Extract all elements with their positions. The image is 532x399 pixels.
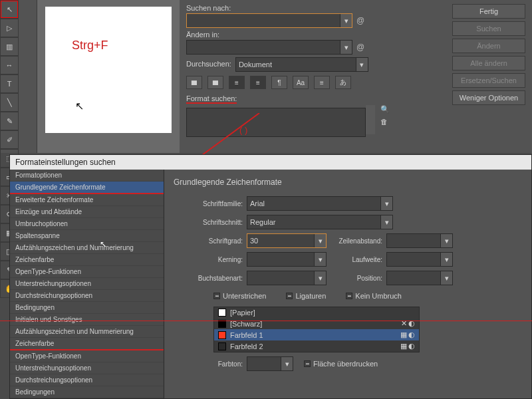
category-item[interactable]: Durchstreichungsoptionen bbox=[10, 374, 164, 386]
direct-selection-tool[interactable]: ▷ bbox=[0, 19, 19, 37]
line-tool[interactable]: ╲ bbox=[0, 93, 19, 112]
scrollbar[interactable] bbox=[366, 105, 375, 134]
kerning-label: Kerning: bbox=[174, 256, 247, 263]
scope-label: Durchsuchen: bbox=[186, 60, 231, 68]
tracking-label: Laufweite: bbox=[327, 256, 386, 263]
ligatures-check[interactable]: ━Ligaturen bbox=[286, 292, 326, 300]
chevron-down-icon[interactable]: ▾ bbox=[380, 215, 392, 229]
leading-label: Zeilenabstand: bbox=[327, 237, 386, 245]
font-style-label: Schriftschnitt: bbox=[174, 219, 247, 226]
less-options-button[interactable]: Weniger Optionen bbox=[452, 90, 525, 105]
category-item[interactable]: Aufzählungszeichen und Nummerierung bbox=[10, 242, 164, 254]
category-item[interactable]: Grundlegende Zeichenformate bbox=[10, 182, 164, 194]
position-label: Position: bbox=[327, 275, 386, 282]
category-item[interactable]: OpenType-Funktionen bbox=[10, 350, 164, 362]
include-footnotes-icon[interactable]: ¶ bbox=[271, 76, 287, 89]
keyboard-hint: Strg+F bbox=[72, 39, 108, 53]
category-item[interactable]: OpenType-Funktionen bbox=[10, 266, 164, 278]
category-item[interactable]: Spaltenspanne bbox=[10, 230, 164, 242]
include-master-pages-icon[interactable]: ≡ bbox=[250, 76, 266, 89]
chevron-down-icon[interactable]: ▾ bbox=[440, 271, 452, 285]
case-label: Buchstabenart: bbox=[174, 275, 247, 282]
clear-format-icon[interactable]: 🗑 bbox=[380, 118, 390, 126]
case-select[interactable]: ▾ bbox=[247, 271, 327, 285]
category-item[interactable]: Aufzählungszeichen und Nummerierung bbox=[10, 326, 164, 338]
include-locked-stories-icon[interactable]: ⯀ bbox=[207, 76, 223, 89]
chevron-down-icon[interactable]: ▾ bbox=[356, 58, 368, 71]
search-input[interactable]: ▾ bbox=[186, 13, 352, 28]
search-button[interactable]: Suchen bbox=[452, 21, 525, 36]
colorwheel-icon: ◐ bbox=[408, 331, 415, 339]
type-tool[interactable]: T bbox=[0, 74, 19, 93]
stepper-icon[interactable]: ▾ bbox=[281, 357, 293, 370]
chevron-down-icon[interactable]: ▾ bbox=[314, 234, 326, 247]
include-hidden-layers-icon[interactable]: ≡ bbox=[229, 76, 245, 89]
change-input[interactable]: ▾ bbox=[186, 40, 352, 55]
cursor-icon: ↖ bbox=[75, 100, 84, 112]
category-item[interactable]: Bedingungen bbox=[10, 386, 164, 398]
font-family-select[interactable]: Arial▾ bbox=[247, 196, 393, 211]
category-item[interactable]: Zeichenfarbe bbox=[10, 338, 164, 350]
font-size-input[interactable]: 30▾ bbox=[247, 233, 327, 248]
nobreak-check[interactable]: ━Kein Umbruch bbox=[346, 292, 402, 300]
pen-tool[interactable]: ✎ bbox=[0, 112, 19, 130]
position-select[interactable]: ▾ bbox=[386, 271, 453, 285]
swatch-list[interactable]: [Papier] [Schwarz]✕◐ Farbfeld 1▦◐ Farbfe… bbox=[213, 307, 420, 352]
category-item[interactable]: Formatoptionen bbox=[10, 170, 164, 182]
overprint-fill-check[interactable]: ━Fläche überdrucken bbox=[304, 360, 378, 368]
colormode-icon: ▦ bbox=[400, 331, 407, 339]
chevron-down-icon[interactable]: ▾ bbox=[340, 14, 352, 27]
format-search-label: Format suchen: bbox=[186, 94, 237, 104]
colormode-icon: ▦ bbox=[400, 342, 407, 350]
category-item[interactable]: Durchstreichungsoptionen bbox=[10, 290, 164, 302]
category-item[interactable]: Zeichenfarbe bbox=[10, 254, 164, 266]
tint-input[interactable]: ▾ bbox=[247, 356, 293, 371]
category-item[interactable]: Umbruchoptionen bbox=[10, 218, 164, 230]
replace-find-button[interactable]: Ersetzen/Suchen bbox=[452, 73, 525, 88]
chevron-down-icon[interactable]: ▾ bbox=[314, 271, 326, 285]
chevron-down-icon[interactable]: ▾ bbox=[314, 253, 326, 266]
selection-tool[interactable]: ↖ bbox=[0, 0, 19, 19]
done-button[interactable]: Fertig bbox=[452, 4, 525, 19]
swatch-row[interactable]: [Papier] bbox=[214, 307, 419, 318]
leading-input[interactable]: ▾ bbox=[386, 233, 453, 248]
swatch-row[interactable]: [Schwarz]✕◐ bbox=[214, 318, 419, 329]
swatch-row[interactable]: Farbfeld 2▦◐ bbox=[214, 340, 419, 352]
tint-label: Farbton: bbox=[174, 360, 247, 368]
change-all-button[interactable]: Alle ändern bbox=[452, 56, 525, 70]
include-locked-layers-icon[interactable]: ⯀ bbox=[186, 76, 202, 89]
kana-sensitive-icon[interactable]: あ bbox=[335, 76, 351, 89]
swatch-row[interactable]: Farbfeld 1▦◐ bbox=[214, 329, 419, 340]
category-item[interactable]: Unterstreichungsoptionen bbox=[10, 278, 164, 290]
gap-tool[interactable]: ↔ bbox=[0, 56, 19, 74]
chevron-down-icon[interactable]: ▾ bbox=[440, 253, 452, 266]
font-style-select[interactable]: Regular▾ bbox=[247, 215, 393, 229]
underline-check[interactable]: ━Unterstrichen bbox=[213, 292, 266, 300]
case-sensitive-icon[interactable]: Aa bbox=[293, 76, 309, 89]
font-size-label: Schriftgrad: bbox=[174, 237, 247, 245]
whole-word-icon[interactable]: ≡ bbox=[314, 76, 330, 89]
specify-format-icon[interactable]: 🔍 bbox=[380, 105, 390, 114]
category-item[interactable]: Initialen und Sonstiges bbox=[10, 314, 164, 326]
page-tool[interactable]: ▥ bbox=[0, 37, 19, 56]
button-column: Fertig Suchen Ändern Alle ändern Ersetze… bbox=[452, 4, 525, 108]
pencil-tool[interactable]: ✐ bbox=[0, 130, 19, 149]
kerning-select[interactable]: ▾ bbox=[247, 252, 327, 267]
cursor-icon: ↖ bbox=[100, 239, 106, 249]
tracking-input[interactable]: ▾ bbox=[386, 252, 453, 267]
special-char-button[interactable]: @ bbox=[356, 16, 364, 25]
category-item[interactable]: Unterstreichungsoptionen bbox=[10, 362, 164, 374]
special-char-button-2[interactable]: @ bbox=[356, 43, 364, 52]
chevron-down-icon[interactable]: ▾ bbox=[440, 234, 452, 247]
category-list[interactable]: Formatoptionen Grundlegende Zeichenforma… bbox=[10, 170, 164, 398]
detail-heading: Grundlegende Zeichenformate bbox=[174, 178, 522, 187]
category-item[interactable]: Einzüge und Abstände bbox=[10, 206, 164, 218]
direct-icon: ▷ bbox=[7, 24, 12, 33]
change-button[interactable]: Ändern bbox=[452, 39, 525, 53]
category-item[interactable]: Erweiterte Zeichenformate bbox=[10, 194, 164, 206]
scope-select[interactable]: Dokument▾ bbox=[235, 57, 368, 72]
line-icon: ╲ bbox=[7, 98, 12, 107]
chevron-down-icon[interactable]: ▾ bbox=[340, 41, 352, 54]
chevron-down-icon[interactable]: ▾ bbox=[380, 197, 392, 210]
category-item[interactable]: Bedingungen bbox=[10, 302, 164, 314]
